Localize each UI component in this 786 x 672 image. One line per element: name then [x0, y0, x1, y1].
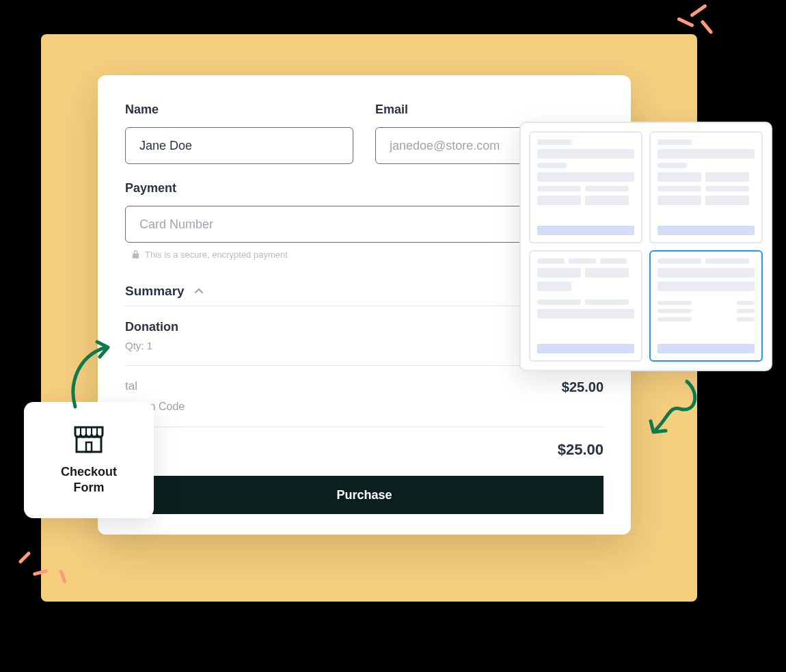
badge-title: CheckoutForm [61, 464, 117, 496]
layout-option-4[interactable] [649, 250, 763, 362]
card-number-placeholder: Card Number [139, 217, 213, 232]
coupon-link[interactable]: oupon Code [125, 401, 604, 413]
email-label: Email [375, 103, 604, 117]
confetti-decoration [677, 3, 718, 38]
subtotal-label: tal [125, 379, 137, 395]
layout-option-3[interactable] [529, 250, 642, 362]
layout-option-1[interactable] [529, 131, 642, 243]
confetti-decoration [14, 542, 68, 590]
lock-icon [132, 250, 139, 259]
arrow-icon [62, 335, 116, 410]
store-icon [72, 425, 105, 455]
chevron-up-icon [193, 285, 205, 297]
purchase-button[interactable]: Purchase [125, 476, 604, 514]
svg-rect-0 [77, 437, 101, 452]
name-label: Name [125, 103, 353, 117]
svg-rect-1 [86, 442, 92, 452]
arrow-icon [636, 376, 704, 451]
layout-option-2[interactable] [649, 131, 763, 243]
checkout-form-badge: CheckoutForm [24, 402, 154, 518]
secure-text: This is a secure, encrypted payment [145, 250, 288, 260]
subtotal-value: $25.00 [562, 379, 604, 395]
summary-title: Summary [125, 284, 185, 299]
total-value: $25.00 [558, 441, 604, 459]
layout-options-panel [519, 122, 772, 371]
name-input[interactable] [125, 127, 353, 164]
